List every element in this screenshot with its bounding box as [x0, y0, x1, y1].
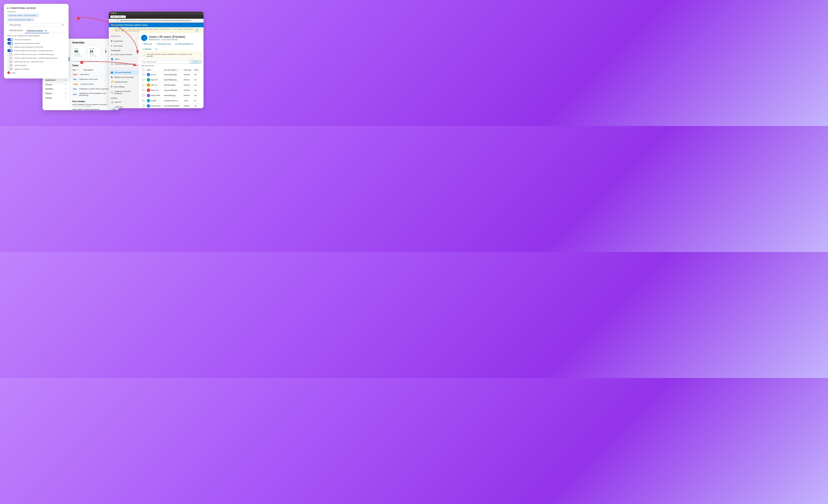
row-checkbox-cell [141, 72, 146, 77]
new-user-button[interactable]: + New user [141, 42, 153, 46]
minimize-dot[interactable] [113, 12, 114, 14]
avatar [147, 88, 150, 92]
nav-dashboard[interactable]: ⊞ Dashboard [109, 39, 138, 43]
new-guest-button[interactable]: + New guest user [155, 42, 172, 46]
table-row[interactable]: liguel Fill liguel.fill@brightg... Membe… [141, 77, 201, 83]
nav-password-reset[interactable]: 🔑 Password reset [109, 79, 138, 84]
user-name: Maya Lum [151, 89, 159, 91]
row-checkbox[interactable] [142, 105, 144, 107]
table-row[interactable]: olillo-Jun olillo@brightgig... Member Ye… [141, 83, 201, 88]
avatar [147, 73, 150, 76]
name-header[interactable]: Name [146, 68, 163, 72]
org-change-view-link[interactable]: View [113, 109, 116, 110]
select-all-header [141, 68, 146, 72]
upn-cell: Mishka@brigtgi... [163, 93, 183, 98]
browser-bar [109, 12, 204, 15]
toggle-row: Okta IdP workflow [7, 64, 65, 67]
sidebar-item-security[interactable]: Security ▼ [43, 82, 69, 87]
group-tag-2[interactable]: DEVELOPERS GROUP - EMEA × [7, 18, 34, 21]
toggle-switch[interactable] [7, 46, 13, 48]
table-row[interactable]: aranjali aranjalil.gmail.com... Guest No [141, 98, 201, 103]
sidebar-item-settings[interactable]: Settings ▼ [43, 96, 69, 100]
preview-bar: ✓ This page includes previews available … [141, 52, 201, 58]
nav-enterprise-apps[interactable]: 📋 Enterprise applications [109, 61, 138, 66]
nav-all-users[interactable]: 👥 All users (Preview) [109, 70, 138, 75]
toggle-switch[interactable] [7, 38, 13, 41]
select-all-checkbox[interactable] [142, 69, 144, 71]
avatar [147, 99, 150, 102]
reload-button[interactable]: ↻ [117, 19, 119, 22]
deleted-icon: 🗑 [111, 76, 113, 78]
toggle-switch[interactable] [7, 53, 13, 56]
toolbar: + New user + New guest user 📋 Bulk opera… [141, 42, 201, 51]
row-checkbox[interactable] [142, 99, 144, 102]
group-tag-1[interactable]: HIGH RISK USERS - CONTRACTORS × [7, 14, 39, 17]
table-row[interactable]: Ruonil Ferelo RuonilFerelo@bright... Mem… [141, 103, 201, 109]
table-row[interactable]: Mishka Meth Mishka@brigtgi... Member Yes [141, 93, 201, 98]
azure-left-nav: Dashboard > ⊞ Dashboard ≡ All services F… [109, 33, 139, 108]
tab-outbound[interactable]: Outbound actions ↖ [25, 29, 49, 33]
toggle-switch[interactable] [7, 64, 13, 67]
dir-header[interactable]: Direc... [193, 68, 201, 72]
chevron-down-icon: ▾ [192, 43, 193, 45]
toggle-switch[interactable] [7, 68, 13, 70]
select-group-dropdown[interactable]: Select group(s) [7, 23, 65, 27]
nav-all-services[interactable]: ≡ All services [109, 43, 138, 48]
org-change-item: Factor added: Google authenticator View … [72, 109, 116, 110]
search-users-input[interactable] [146, 61, 187, 63]
url-bar[interactable]: https://aad.portal.azure.com/#blade=Micr… [120, 20, 202, 22]
nav-audit-logs[interactable]: 📄 Audit logs [109, 104, 138, 108]
row-checkbox[interactable] [142, 79, 144, 81]
toggle-thumb [8, 57, 10, 59]
sidebar-item-workflow[interactable]: Workflow ▼ [43, 87, 69, 91]
maximize-dot[interactable] [115, 12, 117, 14]
close-icon[interactable]: × [32, 19, 33, 21]
type-cell: Member [183, 72, 193, 77]
toggle-label: Send data via webhook [14, 39, 30, 41]
type-header[interactable]: User type [183, 68, 193, 72]
row-checkbox[interactable] [142, 74, 144, 76]
row-checkbox[interactable] [142, 94, 144, 96]
sidebar-item-reports[interactable]: Reports ▼ [43, 91, 69, 96]
avatar [147, 94, 150, 97]
learn-more-link[interactable]: Learn more [195, 28, 201, 32]
dir-cell: Yes [193, 83, 201, 88]
toggle-row: Entra® high risk users – add/remove user… [7, 60, 65, 63]
nav-deleted-users[interactable]: 🗑 Deleted users (Preview) [109, 75, 138, 79]
list-icon: ≡ [111, 45, 112, 47]
table-row[interactable]: Maya Lum maya.lum@brighti... Member Yes [141, 88, 201, 93]
toggle-switch[interactable] [7, 57, 13, 59]
row-checkbox[interactable] [142, 89, 144, 91]
add-filters-button[interactable]: Add filters [190, 60, 201, 64]
upn-cell: RuonilFerelo@bright... [163, 103, 183, 109]
row-checkbox[interactable] [142, 84, 144, 86]
nav-azure-ad[interactable]: 🗂 Azure Active Directory [109, 52, 138, 57]
sidebar-item-applications[interactable]: Applications ▼ [43, 78, 69, 82]
toggle-switch[interactable] [7, 49, 13, 52]
table-row[interactable]: acti-asr actiuser@brightgi... Member Yes [141, 72, 201, 77]
users-found-count: 198 users found [141, 65, 201, 67]
close-dot[interactable] [110, 12, 112, 14]
toggle-switch[interactable] [7, 42, 13, 45]
toggle-thumb [8, 53, 10, 55]
nav-diagnose[interactable]: 🔍 Diagnose and solve problems [109, 89, 138, 96]
refresh-button[interactable]: ↻ Refresh [141, 47, 153, 51]
back-button[interactable]: ← [110, 19, 113, 22]
forward-button[interactable]: → [114, 19, 116, 22]
nav-sign-ins[interactable]: 📊 Sign-ins [109, 99, 138, 104]
type-cell: Member [183, 103, 193, 109]
name-cell: liguel Fill [146, 77, 163, 83]
nav-users[interactable]: 👤 Users [109, 57, 138, 61]
search-users-box[interactable]: 🔍 [141, 60, 189, 64]
browser-tab-active[interactable]: Users - Azure - × [110, 15, 126, 18]
type-cell: Member [183, 77, 193, 83]
upn-header[interactable]: User principal n... ↑↓ [163, 68, 183, 72]
search-button[interactable]: 🔍 [154, 47, 159, 51]
nav-user-settings[interactable]: ⚙ User settings [109, 84, 138, 89]
dir-cell: Yes [193, 77, 201, 83]
close-icon[interactable]: × [36, 14, 37, 16]
toggle-switch[interactable] [7, 60, 13, 63]
tab-inbound[interactable]: Inbound actions [7, 29, 25, 33]
bulk-operations-button[interactable]: 📋 Bulk operations ▾ [174, 42, 194, 46]
chevron-down-icon: ▼ [65, 88, 67, 90]
